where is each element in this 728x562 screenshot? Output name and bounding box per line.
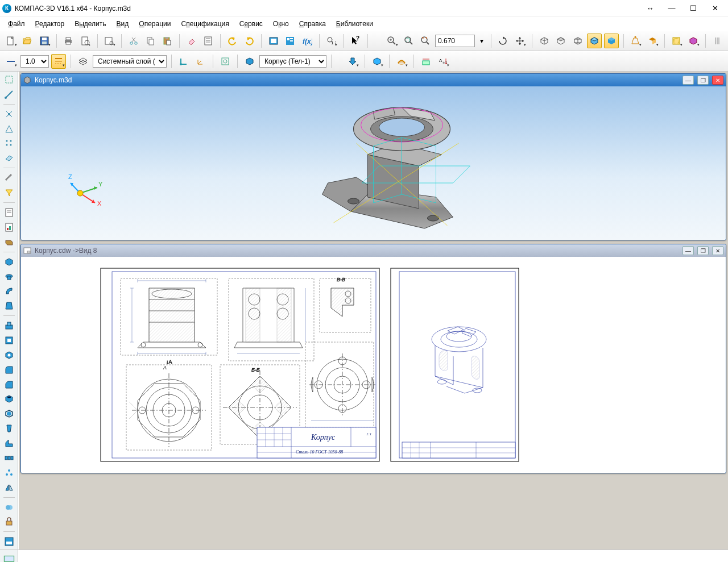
lock-tool[interactable] [2, 515, 16, 529]
paste-button[interactable] [160, 34, 175, 48]
zoom-input[interactable] [435, 35, 475, 47]
sweep-tool[interactable] [2, 284, 16, 298]
library-manager-button[interactable] [266, 34, 281, 48]
win2d-restore[interactable]: ❐ [697, 246, 709, 255]
view-wireframe-button[interactable] [570, 34, 585, 48]
open-button[interactable] [20, 34, 35, 48]
pattern-circular-tool[interactable] [2, 466, 16, 480]
undo-button[interactable] [225, 34, 240, 48]
extrude-tool[interactable] [2, 255, 16, 269]
menu-select[interactable]: Выделить [70, 18, 110, 30]
projection-button[interactable] [218, 54, 233, 69]
layer-icon[interactable] [76, 54, 90, 69]
perspective-button[interactable]: ▾ [628, 34, 643, 48]
sheetmetal-tool[interactable] [2, 235, 16, 249]
ucs-button[interactable] [193, 54, 208, 69]
menu-help[interactable]: Справка [295, 18, 330, 30]
view-shaded-button[interactable] [604, 34, 619, 48]
maximize-button[interactable]: ☐ [682, 1, 704, 16]
menu-specification[interactable]: Спецификация [176, 18, 233, 30]
body-icon[interactable] [242, 54, 257, 69]
preview-sheet-button[interactable]: ▾ [102, 34, 117, 48]
menu-operations[interactable]: Операции [134, 18, 175, 30]
text-sort-button[interactable]: A±1▾ [436, 54, 450, 69]
model-tree-button[interactable] [283, 34, 298, 48]
hole-tool[interactable] [2, 393, 16, 406]
win3d-minimize[interactable]: — [682, 76, 694, 85]
report-tool[interactable] [2, 220, 16, 234]
menu-window[interactable]: Окно [268, 18, 293, 30]
menu-editor[interactable]: Редактор [31, 18, 69, 30]
cut-extrude-tool[interactable] [2, 334, 16, 347]
view-iso-button[interactable] [537, 34, 552, 48]
end-grip-icon[interactable] [710, 34, 725, 48]
boss-tool[interactable] [2, 319, 16, 332]
cut-button[interactable] [126, 34, 141, 48]
line-style-button[interactable]: ▾ [3, 54, 18, 69]
win2d-minimize[interactable]: — [682, 246, 694, 255]
measure-tool[interactable] [2, 171, 16, 185]
print-button[interactable] [61, 34, 76, 48]
rotate-button[interactable] [496, 34, 511, 48]
rib-tool[interactable] [2, 436, 16, 450]
body-select[interactable]: Корпус (Тел-1) [259, 55, 326, 68]
cut-revolve-tool[interactable] [2, 348, 16, 362]
fillet-tool[interactable] [2, 363, 16, 377]
copy-button[interactable] [143, 34, 158, 48]
body-ops-tool[interactable] [2, 501, 16, 514]
menu-libraries[interactable]: Библиотеки [332, 18, 378, 30]
variables-button[interactable]: f(x) [300, 34, 315, 48]
extrude-toggle-button[interactable]: ▾ [345, 54, 360, 69]
resize-handle-icon[interactable]: ↔ [639, 1, 661, 16]
grid-tool[interactable] [2, 137, 16, 151]
view-front-button[interactable] [553, 34, 568, 48]
win2d-close[interactable]: ✕ [712, 246, 723, 255]
plane-tool[interactable] [2, 151, 16, 165]
minimize-button[interactable]: — [661, 1, 682, 16]
draft-tool[interactable] [2, 422, 16, 435]
menu-view[interactable]: Вид [112, 18, 134, 30]
properties-button[interactable] [201, 34, 216, 48]
win3d-close[interactable]: ✕ [712, 76, 723, 85]
viewport-3d[interactable]: Z Y X [21, 86, 726, 240]
layer-select[interactable]: Системный слой (0) [93, 55, 167, 68]
pattern-linear-tool[interactable] [2, 451, 16, 465]
cmd-opt-1[interactable] [3, 555, 15, 561]
zoom-window-button[interactable] [402, 34, 416, 48]
spec-tool[interactable] [2, 206, 16, 219]
point-tool[interactable] [2, 107, 16, 121]
zoom-dropdown[interactable]: ▾ [477, 34, 486, 48]
pan-button[interactable]: ▾ [512, 34, 527, 48]
solid-button[interactable]: ▾ [370, 54, 384, 69]
sketch-tool[interactable] [2, 88, 16, 101]
zoom-fit-button[interactable] [418, 34, 433, 48]
dimension-color-button[interactable] [419, 54, 433, 69]
linewidth-select[interactable]: 1.0 [20, 55, 49, 68]
view-shaded-wire-button[interactable] [587, 34, 602, 48]
menu-file[interactable]: Файл [3, 18, 30, 30]
redo-button[interactable] [242, 34, 257, 48]
appearance-button[interactable]: ▾ [686, 34, 701, 48]
mirror-tool[interactable] [2, 481, 16, 494]
menu-service[interactable]: Сервис [235, 18, 267, 30]
filter-tool[interactable] [2, 186, 16, 199]
loft-tool[interactable] [2, 299, 16, 313]
dock-tool[interactable] [2, 535, 16, 548]
render-settings-button[interactable]: ▾ [669, 34, 684, 48]
axis-tool[interactable] [2, 122, 16, 136]
chamfer-tool[interactable] [2, 378, 16, 392]
lcs-button[interactable] [176, 54, 191, 69]
eraser-button[interactable] [184, 34, 199, 48]
section-view-button[interactable]: ▾ [645, 34, 660, 48]
new-button[interactable]: ▾ [3, 34, 18, 48]
win3d-restore[interactable]: ❐ [697, 76, 709, 85]
select-tool[interactable] [2, 73, 16, 86]
zoom-in-button[interactable]: ▾ [384, 34, 399, 48]
coordinates-button[interactable]: 1 2▾ [324, 34, 339, 48]
print-preview-button[interactable] [78, 34, 93, 48]
save-button[interactable]: ▾ [37, 34, 52, 48]
close-button[interactable]: ✕ [704, 1, 726, 16]
line-type-toggle[interactable]: ▾ [51, 54, 66, 69]
help-cursor-button[interactable]: ? [348, 34, 363, 48]
shell-tool[interactable] [2, 407, 16, 421]
